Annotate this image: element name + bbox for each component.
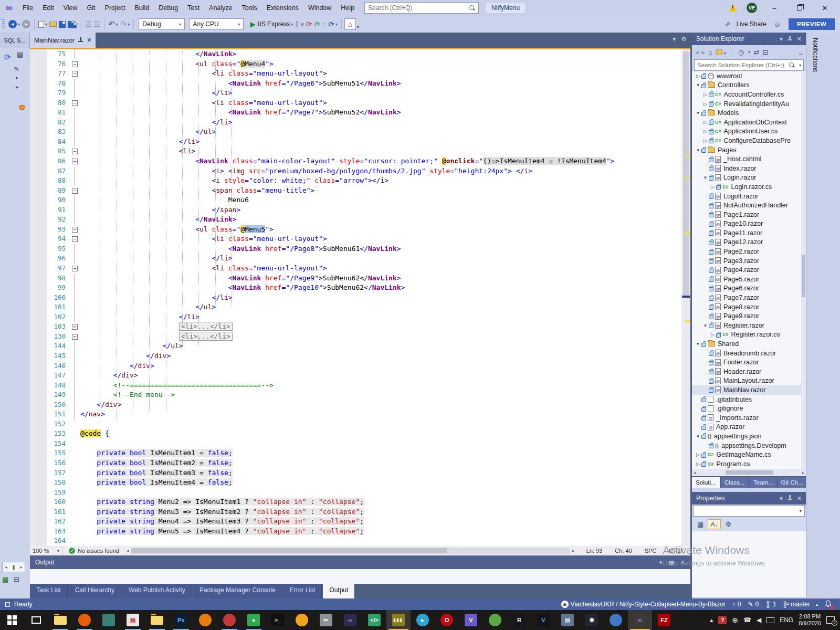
taskbar-icon-dark-r-app[interactable]: R (507, 610, 531, 630)
code-line[interactable]: 144 </ul> (30, 341, 690, 351)
code-text[interactable]: </li> (80, 137, 690, 147)
code-text[interactable]: </NavLink> (80, 49, 690, 59)
expand-region-icon[interactable]: + (72, 324, 78, 330)
code-text[interactable]: <li class="menu-url-layout"> (80, 264, 690, 274)
tree-item--imports-razor[interactable]: @_Imports.razor (692, 413, 806, 423)
restore-button[interactable] (792, 4, 807, 12)
tree-arrow-icon[interactable]: ▷ (695, 74, 701, 79)
fold-margin[interactable]: − (70, 146, 80, 156)
menu-debug[interactable]: Debug (154, 0, 183, 16)
tree-item-appsettings-json[interactable]: ▾{}appsettings.json (692, 432, 806, 441)
code-line[interactable]: 92 </NavLink> (30, 215, 690, 225)
tree-item-login-razor-cs[interactable]: ▷C#Login.razor.cs (692, 182, 806, 192)
code-text[interactable]: private string Menu5 => IsMenuItem4 ? "c… (80, 527, 690, 537)
tree-item-page5-razor[interactable]: @Page5.razor (692, 275, 806, 284)
taskbar-icon-honeycam[interactable] (290, 610, 314, 630)
tree-arrow-icon[interactable]: ▷ (695, 452, 701, 457)
output-close-icon[interactable]: ✕ (680, 559, 685, 566)
output-maximize-icon[interactable]: ▦ (668, 559, 674, 566)
menu-build[interactable]: Build (130, 0, 154, 16)
code-text[interactable]: private bool IsMenuItem2 = false; (80, 458, 690, 468)
code-text[interactable]: private string Menu2 => IsMenuItem1 ? "c… (80, 497, 690, 507)
panel-tab-output[interactable]: Output (323, 584, 355, 598)
code-line[interactable]: 78 <NavLink href="/Page6">SubMenu51</Nav… (30, 79, 690, 89)
se-pending-changes-icon[interactable]: ◷ (738, 48, 744, 56)
code-line[interactable]: 158 private bool IsMenuItem4 = false; (30, 478, 690, 488)
alphabetical-icon[interactable]: A↓ (708, 519, 721, 529)
tree-item-getimagename-cs[interactable]: ▷C#GetImageName.cs (692, 450, 806, 459)
panel-tab-error-list[interactable]: Error List (284, 584, 322, 598)
fold-margin[interactable]: + (70, 322, 80, 332)
code-line[interactable]: 103+ <li>...</li> (30, 322, 690, 332)
document-icon[interactable]: ▤ (17, 50, 23, 58)
code-line[interactable]: 145 </div> (30, 351, 690, 361)
tray-expand-icon[interactable]: ▴ (710, 616, 713, 624)
tree-item-page3-razor[interactable]: @Page3.razor (692, 256, 806, 266)
code-line[interactable]: 89− <span class="menu-title"> (30, 186, 690, 196)
code-text[interactable]: <li class="menu-url-layout"> (80, 69, 690, 79)
se-back-icon[interactable]: ◂ (695, 48, 699, 56)
code-text[interactable]: </div> (80, 371, 690, 381)
tree-item-breadcrumb-razor[interactable]: @Breadcrumb.razor (692, 349, 806, 358)
taskbar-icon-blender[interactable] (193, 610, 217, 630)
undo-button[interactable]: ↶▾ (108, 19, 118, 29)
doc-well-options-icon[interactable]: ⚙ (681, 36, 686, 43)
fold-margin[interactable]: + (70, 332, 80, 342)
code-text[interactable]: <NavLink href="/Page9">SubMenu62</NavLin… (80, 274, 690, 284)
property-pages-icon[interactable]: ⚙ (723, 520, 733, 529)
search-input[interactable] (365, 4, 469, 12)
code-text[interactable]: <NavLink href="/Page10">SubMenu62</NavLi… (80, 283, 690, 293)
tree-arrow-icon[interactable]: ▾ (695, 82, 701, 88)
display-icon[interactable] (766, 617, 774, 623)
categorized-icon[interactable]: ▦ (695, 520, 706, 529)
code-line[interactable]: 130+ <li>...</li> (30, 332, 690, 342)
hscroll-right-icon[interactable]: ▸ (572, 548, 575, 553)
tree-item-page10-razor[interactable]: @Page10.razor (692, 219, 806, 229)
taskbar-icon-opera[interactable]: O (435, 610, 459, 630)
doc-well-dropdown-icon[interactable]: ▾ (673, 36, 676, 43)
taskbar-icon-green-sphere-app[interactable] (483, 610, 507, 630)
fold-margin[interactable]: − (70, 69, 80, 79)
tree-arrow-icon[interactable]: ▷ (702, 101, 708, 107)
collapse-region-icon[interactable]: − (72, 149, 78, 154)
se-tab-team[interactable]: Team... (750, 477, 778, 488)
code-text[interactable]: Menu6 (80, 195, 690, 205)
tree-item-register-razor-cs[interactable]: ▷C#Register.razor.cs (692, 330, 806, 340)
taskbar-icon-terminal[interactable]: >_ (266, 610, 290, 630)
zoom-select[interactable]: 100 %▾ (30, 546, 62, 555)
taskbar-icon-vs-2017[interactable]: ∞ (338, 610, 362, 630)
refresh-browser-button[interactable]: ⟳▾ (328, 20, 338, 28)
tree-item-program-cs[interactable]: ▷C#Program.cs (692, 459, 806, 469)
code-text[interactable]: </li> (80, 312, 690, 322)
indent-button[interactable]: ☲ (94, 20, 101, 28)
save-all-button[interactable] (68, 19, 77, 29)
save-button[interactable] (59, 21, 66, 28)
code-line[interactable]: 155 private bool IsMenuItem1 = false; (30, 448, 690, 458)
se-collapse-all-icon[interactable]: ⊟ (762, 48, 768, 56)
tree-arrow-icon[interactable]: ▾ (695, 110, 701, 116)
tree-item-shared[interactable]: ▾Shared (692, 339, 806, 349)
taskbar-icon-viber[interactable]: V (459, 610, 483, 630)
editor-horizontal-scrollbar[interactable] (131, 548, 570, 554)
taskbar-icon-firefox[interactable] (72, 610, 97, 630)
phone-icon[interactable]: ☎ (743, 616, 751, 624)
code-text[interactable]: <li class="menu-url-layout"> (80, 234, 690, 244)
code-line[interactable]: 98 <NavLink href="/Page9">SubMenu62</Nav… (30, 274, 690, 284)
code-text[interactable]: private string Menu4 => IsMenuItem3 ? "c… (80, 517, 690, 527)
taskbar-icon-file-explorer[interactable] (48, 610, 72, 630)
tree-arrow-icon[interactable]: ▾ (702, 175, 708, 180)
code-line[interactable]: 86− <NavLink class="main-color-layout" s… (30, 156, 690, 166)
stop-button[interactable]: ■ (300, 21, 304, 27)
menu-tools[interactable]: Tools (237, 0, 262, 16)
taskbar-icon-round-blue-app[interactable] (604, 610, 628, 630)
new-file-button[interactable]: ▾ (38, 21, 47, 28)
code-line[interactable]: 101 </ul> (30, 302, 690, 312)
code-text[interactable]: </div> (80, 351, 690, 361)
taskbar-icon-folder-2[interactable] (145, 610, 169, 630)
code-line[interactable]: 77− <li class="menu-url-layout"> (30, 69, 690, 79)
help-tray-icon[interactable]: ? (718, 616, 727, 624)
notifications-tab[interactable]: Notifications (810, 33, 821, 77)
tree-arrow-icon[interactable]: ▷ (702, 129, 708, 134)
se-search-input[interactable] (695, 62, 789, 68)
navigate-forward-button[interactable]: ▸ (22, 20, 30, 28)
